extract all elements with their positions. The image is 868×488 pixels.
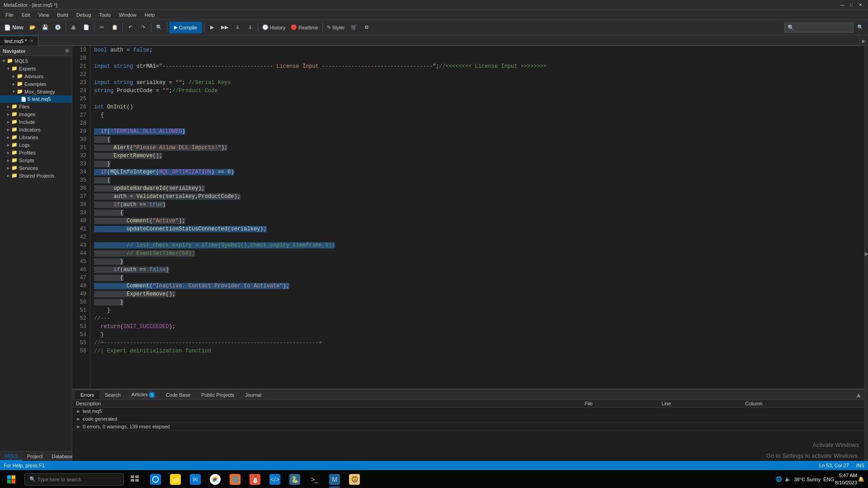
nav-item-mox-strategy[interactable]: ▼ 📁 Mox_Strategy xyxy=(0,88,72,95)
nav-item-label: Mox_Strategy xyxy=(24,89,55,94)
step-button[interactable]: ⇓ xyxy=(231,22,243,33)
nav-item-shared-projects[interactable]: ► 📁 Shared Projects xyxy=(0,172,72,179)
step-over-button[interactable]: ⇓ xyxy=(244,22,256,33)
print-button[interactable]: 🖶 xyxy=(68,22,80,33)
lower-tab-journal[interactable]: Journal xyxy=(240,391,267,399)
lower-tab-errors[interactable]: Errors xyxy=(75,391,99,399)
nav-item-scripts[interactable]: ► 📁 Scripts xyxy=(0,156,72,164)
taskview-button[interactable] xyxy=(126,470,144,488)
market-button[interactable]: 🛒 xyxy=(348,22,360,33)
menu-window[interactable]: Window xyxy=(115,11,140,19)
menu-tools[interactable]: Tools xyxy=(95,11,114,19)
history-button[interactable]: 🕐 History xyxy=(260,22,288,33)
title-bar: MetaEditor - [test.mq5 *] — □ ✕ xyxy=(0,0,868,10)
nav-item-logs[interactable]: ► 📁 Logs xyxy=(0,141,72,149)
menu-build[interactable]: Build xyxy=(53,11,71,19)
taskbar-git[interactable]: ⛄ xyxy=(245,470,265,488)
close-button[interactable]: ✕ xyxy=(856,1,864,9)
tab-bar: test.mq5 * ✕ ▶ xyxy=(0,35,868,46)
taskbar-chrome[interactable] xyxy=(205,470,225,488)
taskbar-mail[interactable]: ✉ xyxy=(185,470,205,488)
styler-button[interactable]: ✎ Styler xyxy=(325,22,347,33)
navigator-close-icon[interactable]: ✕ xyxy=(65,48,69,54)
taskbar-edge[interactable] xyxy=(146,470,165,488)
taskbar-terminal[interactable]: >_ xyxy=(305,470,325,488)
nav-item-services[interactable]: ► 📁 Services xyxy=(0,164,72,172)
open-button[interactable]: 📂 xyxy=(27,22,38,33)
taskbar-meta[interactable]: M xyxy=(325,470,344,488)
copy-button[interactable]: 📋 xyxy=(109,22,121,33)
svg-rect-3 xyxy=(12,479,16,483)
nav-item-advisors[interactable]: ► 📁 Advisors xyxy=(0,72,72,80)
network-icon[interactable]: 🌐 xyxy=(776,476,782,482)
toolbar-search-input[interactable] xyxy=(796,25,850,30)
volume-icon[interactable]: 🔈 xyxy=(785,476,791,482)
menu-file[interactable]: File xyxy=(2,11,17,19)
find-button[interactable]: 🔍 xyxy=(153,22,165,33)
code-text[interactable]: bool auth = false; input string strMA1="… xyxy=(90,46,864,389)
play-button[interactable]: ▶▶ xyxy=(219,22,231,33)
toolbar-search-btn[interactable]: 🔍 xyxy=(854,22,866,33)
toolbar-search[interactable]: 🔍 xyxy=(784,23,854,33)
lower-tab-public-projects[interactable]: Public Projects xyxy=(196,391,240,399)
run-button[interactable]: ▶ xyxy=(206,22,218,33)
compile-button[interactable]: ▶ Compile xyxy=(169,22,202,33)
nav-tab-project[interactable]: Project xyxy=(23,452,47,460)
lower-tab-articles[interactable]: Articles3 xyxy=(126,390,160,399)
nav-item-indicators[interactable]: ► 📁 Indicators xyxy=(0,126,72,133)
nav-item-files[interactable]: ► 📁 Files xyxy=(0,103,72,110)
nav-item-include[interactable]: ► 📁 Include xyxy=(0,118,72,126)
status-bar: For Help, press F1 Ln 53, Col 27 INS xyxy=(0,461,868,470)
nav-item-experts[interactable]: ▼ 📁 Experts xyxy=(0,65,72,72)
save-button[interactable]: 💾 xyxy=(39,22,51,33)
tab-test-mq5[interactable]: test.mq5 * ✕ xyxy=(0,36,38,46)
nav-root-label: MQL5 xyxy=(14,58,28,64)
nav-item-test-mq5[interactable]: 📄 5 test.mq5 xyxy=(0,95,72,103)
maximize-button[interactable]: □ xyxy=(847,1,855,9)
taskbar-vscode[interactable]: </> xyxy=(265,470,285,488)
redo-button[interactable]: ↷ xyxy=(137,22,149,33)
menu-edit[interactable]: Edit xyxy=(18,11,34,19)
taskbar-lion[interactable]: 🦁 xyxy=(344,470,364,488)
line-numbers: 1920212223 2425262728 2930313233 3435363… xyxy=(72,46,90,389)
right-collapse-handle[interactable]: ▶ xyxy=(864,46,868,461)
nav-item-examples[interactable]: ► 📁 Examples xyxy=(0,80,72,88)
row-line xyxy=(658,415,741,423)
nav-root-mql5[interactable]: ▼ 📁 MQL5 xyxy=(0,57,72,65)
menu-help[interactable]: Help xyxy=(141,11,159,19)
nav-expand-icon: ► xyxy=(6,150,10,155)
nav-item-images[interactable]: ► 📁 Images xyxy=(0,110,72,118)
nav-folder-icon: 📁 xyxy=(11,127,18,132)
taskbar-python[interactable]: 🐍 xyxy=(285,470,305,488)
nav-tab-mql5[interactable]: MQL5 xyxy=(0,452,23,461)
desc-text: test.mq5' xyxy=(83,408,103,414)
nav-file-icon: 📄 xyxy=(21,97,26,102)
code-editor[interactable]: 1920212223 2425262728 2930313233 3435363… xyxy=(72,46,864,389)
lower-collapse-icon[interactable]: ▲ xyxy=(855,391,862,399)
cut-button[interactable]: ✂ xyxy=(96,22,108,33)
save-all-button[interactable]: 💿 xyxy=(52,22,64,33)
nav-item-label: Logs xyxy=(19,142,30,148)
minimize-button[interactable]: — xyxy=(838,1,846,9)
nav-item-libraries[interactable]: ► 📁 Libraries xyxy=(0,133,72,141)
notification-icon[interactable]: 🔔 xyxy=(858,476,864,482)
realtime-button[interactable]: 🔴 Realtime xyxy=(288,22,320,33)
new-button[interactable]: 📄 New xyxy=(2,22,26,33)
lower-tab-search[interactable]: Search xyxy=(99,391,126,399)
taskbar-firefox[interactable]: 🌐 xyxy=(225,470,245,488)
lower-tabs: Errors Search Articles3 Code Base Public… xyxy=(75,390,267,399)
menu-view[interactable]: View xyxy=(35,11,53,19)
preview-button[interactable]: 📄 xyxy=(80,22,92,33)
taskbar-explorer[interactable]: 📁 xyxy=(165,470,185,488)
start-button[interactable] xyxy=(0,470,23,488)
nav-item-profiles[interactable]: ► 📁 Profiles xyxy=(0,149,72,156)
tab-collapse-right[interactable]: ▶ xyxy=(859,36,868,46)
nav-item-label: Scripts xyxy=(19,158,34,163)
settings-button[interactable]: ⚙ xyxy=(361,22,373,33)
taskbar-search-box[interactable]: 🔍 Type here to search xyxy=(24,473,124,486)
undo-button[interactable]: ↶ xyxy=(125,22,137,33)
menu-debug[interactable]: Debug xyxy=(73,11,94,19)
lower-tab-codebase[interactable]: Code Base xyxy=(160,391,196,399)
compile-icon: ▶ xyxy=(174,24,178,30)
tab-close-icon[interactable]: ✕ xyxy=(30,38,33,43)
